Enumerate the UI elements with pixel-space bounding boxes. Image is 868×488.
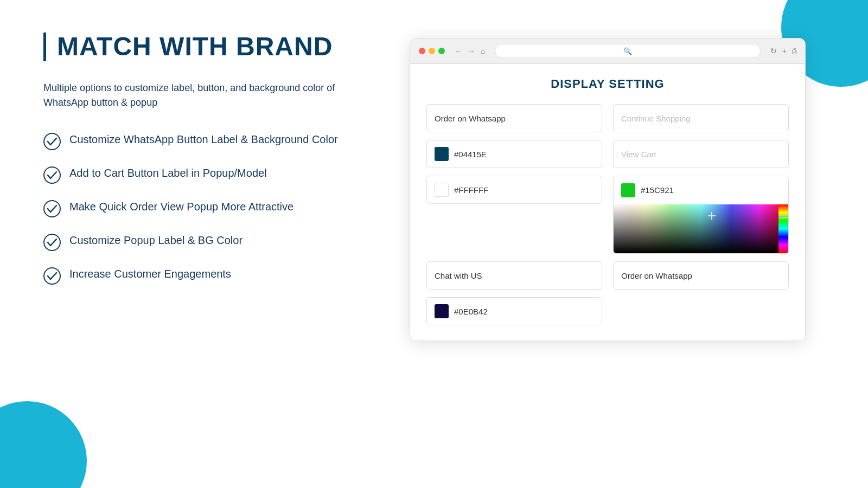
feature-item-2: Add to Cart Button Label in Popup/Model (43, 165, 358, 184)
order-whatsapp-field-2[interactable]: Order on Whatsapp (613, 261, 789, 290)
color-picker-top: #15C921 (614, 176, 788, 204)
order-whatsapp-label-1: Order on Whatsapp (435, 114, 506, 123)
color-green-hex: #15C921 (641, 185, 674, 195)
check-icon-4 (43, 234, 61, 251)
traffic-light-yellow[interactable] (429, 48, 435, 54)
feature-text-2: Add to Cart Button Label in Popup/Model (69, 165, 267, 181)
color-swatch-green (621, 183, 635, 197)
svg-point-2 (44, 201, 60, 217)
feature-item-1: Customize WhatsApp Button Label & Backgr… (43, 132, 358, 150)
view-cart-label: View Cart (621, 150, 656, 159)
form-grid: Order on Whatsapp Continue Shopping #044… (426, 104, 789, 325)
heading-block: MATCH WITH BRAND (43, 33, 358, 61)
check-icon-2 (43, 166, 61, 184)
check-icon-5 (43, 267, 61, 285)
traffic-lights (419, 48, 445, 54)
continue-shopping-field[interactable]: Continue Shopping (613, 104, 789, 132)
browser-actions: ↻ + ⎙ (770, 47, 796, 55)
features-list: Customize WhatsApp Button Label & Backgr… (43, 132, 358, 285)
browser-content: DISPLAY SETTING Order on Whatsapp Contin… (410, 64, 805, 341)
share-icon[interactable]: ⎙ (792, 47, 796, 55)
right-column: ← → ⌂ 🔍 ↻ + ⎙ DISPLAY SETTING (391, 33, 825, 466)
left-column: MATCH WITH BRAND Multiple options to cus… (43, 33, 358, 466)
feature-text-3: Make Quick Order View Popup More Attract… (69, 199, 293, 214)
refresh-icon[interactable]: ↻ (770, 47, 777, 55)
display-setting-title: DISPLAY SETTING (426, 77, 789, 91)
svg-point-3 (44, 234, 60, 251)
url-bar-icon: 🔍 (623, 47, 632, 55)
continue-shopping-label: Continue Shopping (621, 114, 691, 123)
chat-with-us-field[interactable]: Chat with US (426, 261, 602, 290)
feature-text-4: Customize Popup Label & BG Color (69, 233, 242, 248)
color-white-field[interactable]: #FFFFFF (426, 176, 602, 204)
browser-nav-icons: ← → ⌂ (455, 47, 485, 55)
svg-point-0 (44, 133, 60, 150)
feature-item-3: Make Quick Order View Popup More Attract… (43, 199, 358, 217)
color-strip[interactable] (778, 204, 788, 253)
strip-marker (778, 216, 788, 218)
back-icon[interactable]: ← (455, 47, 462, 55)
check-icon-1 (43, 133, 61, 150)
order-whatsapp-label-2: Order on Whatsapp (621, 271, 692, 280)
feature-text-1: Customize WhatsApp Button Label & Backgr… (69, 132, 338, 147)
add-tab-icon[interactable]: + (782, 47, 787, 55)
feature-item-4: Customize Popup Label & BG Color (43, 233, 358, 251)
traffic-light-green[interactable] (438, 48, 445, 54)
color-dark-field[interactable]: #04415E (426, 140, 602, 168)
color-dark-hex: #04415E (454, 150, 487, 159)
color-gradient-picker[interactable] (614, 204, 788, 253)
gradient-black-overlay (614, 204, 788, 253)
order-whatsapp-field-1[interactable]: Order on Whatsapp (426, 104, 602, 132)
home-icon[interactable]: ⌂ (481, 47, 485, 55)
traffic-light-red[interactable] (419, 48, 425, 54)
color-swatch-navy (435, 304, 449, 318)
browser-window: ← → ⌂ 🔍 ↻ + ⎙ DISPLAY SETTING (410, 38, 806, 341)
svg-point-4 (44, 268, 60, 284)
browser-toolbar: ← → ⌂ 🔍 ↻ + ⎙ (410, 38, 805, 64)
feature-text-5: Increase Customer Engagements (69, 266, 231, 281)
feature-item-5: Increase Customer Engagements (43, 266, 358, 285)
url-bar[interactable]: 🔍 (495, 44, 760, 58)
color-navy-field[interactable]: #0E0B42 (426, 297, 602, 325)
forward-icon[interactable]: → (468, 47, 475, 55)
color-swatch-dark (435, 147, 449, 161)
chat-with-us-label: Chat with US (435, 271, 482, 280)
main-container: MATCH WITH BRAND Multiple options to cus… (0, 0, 868, 488)
color-picker-container[interactable]: #15C921 (613, 176, 789, 254)
view-cart-field[interactable]: View Cart (613, 140, 789, 168)
color-white-hex: #FFFFFF (454, 185, 488, 195)
color-swatch-white (435, 183, 449, 197)
page-title: MATCH WITH BRAND (57, 33, 358, 61)
page-subtitle: Multiple options to customize label, but… (43, 81, 358, 110)
check-icon-3 (43, 200, 61, 217)
svg-point-1 (44, 167, 60, 183)
color-navy-hex: #0E0B42 (454, 307, 488, 316)
